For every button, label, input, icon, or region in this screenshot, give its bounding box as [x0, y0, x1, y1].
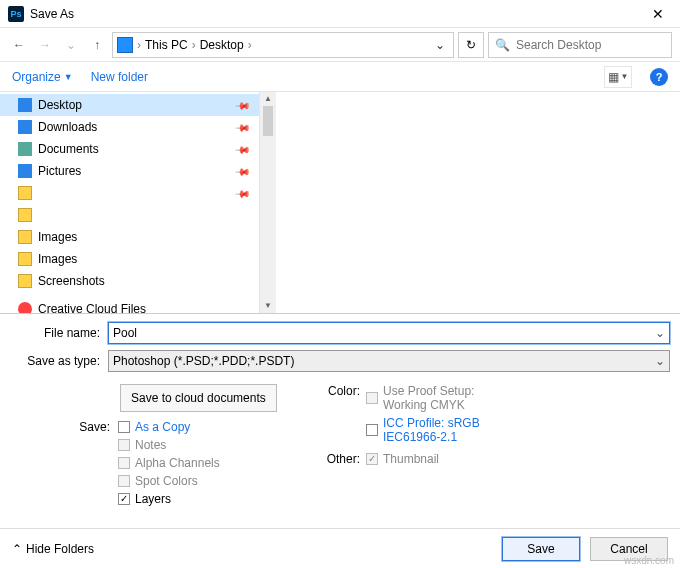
folder-icon — [18, 274, 32, 288]
save-button[interactable]: Save — [502, 537, 580, 561]
recent-dropdown[interactable]: ⌄ — [60, 34, 82, 56]
cancel-button[interactable]: Cancel — [590, 537, 668, 561]
cc-icon — [18, 302, 32, 313]
search-icon: 🔍 — [495, 38, 510, 52]
thumbnail-checkbox: ✓Thumbnail — [366, 452, 439, 466]
tree-item[interactable]: Screenshots — [0, 270, 259, 292]
new-folder-button[interactable]: New folder — [91, 70, 148, 84]
search-input[interactable] — [516, 38, 666, 52]
chevron-up-icon: ⌃ — [12, 542, 22, 556]
refresh-button[interactable]: ↻ — [458, 32, 484, 58]
save-to-cloud-button[interactable]: Save to cloud documents — [120, 384, 277, 412]
breadcrumb[interactable]: › This PC › Desktop › ⌄ — [112, 32, 454, 58]
toolbar: Organize ▼ New folder ▦▼ ? — [0, 62, 680, 92]
folder-icon — [18, 186, 32, 200]
notes-checkbox: Notes — [118, 438, 220, 452]
breadcrumb-dropdown[interactable]: ⌄ — [431, 38, 449, 52]
nav-row: ← → ⌄ ↑ › This PC › Desktop › ⌄ ↻ 🔍 — [0, 28, 680, 62]
down-icon — [18, 120, 32, 134]
photoshop-app-icon: Ps — [8, 6, 24, 22]
tree-item[interactable]: Pictures📌 — [0, 160, 259, 182]
alpha-channels-checkbox: Alpha Channels — [118, 456, 220, 470]
scroll-down-arrow[interactable]: ▼ — [264, 299, 272, 313]
breadcrumb-this-pc[interactable]: This PC — [145, 38, 188, 52]
pin-icon: 📌 — [235, 185, 251, 201]
tree-item[interactable] — [0, 204, 259, 226]
chevron-right-icon: › — [192, 38, 196, 52]
titlebar: Ps Save As ✕ — [0, 0, 680, 28]
search-box[interactable]: 🔍 — [488, 32, 672, 58]
file-list-pane[interactable] — [276, 92, 680, 313]
folder-icon — [18, 208, 32, 222]
tree-item[interactable]: Downloads📌 — [0, 116, 259, 138]
breadcrumb-desktop[interactable]: Desktop — [200, 38, 244, 52]
up-button[interactable]: ↑ — [86, 34, 108, 56]
tree-item[interactable]: Documents📌 — [0, 138, 259, 160]
body-split: Desktop📌Downloads📌Documents📌Pictures📌📌Im… — [0, 92, 680, 314]
color-label: Color: — [320, 384, 360, 448]
tree-item-label: Documents — [38, 142, 99, 156]
proof-setup-checkbox: Use Proof Setup:Working CMYK — [366, 384, 480, 412]
icc-profile-checkbox[interactable]: ICC Profile: sRGBIEC61966-2.1 — [366, 416, 480, 444]
close-button[interactable]: ✕ — [644, 6, 672, 22]
save-form: File name: ⌄ Save as type: Photoshop (*.… — [0, 314, 680, 514]
pic-icon — [18, 164, 32, 178]
pin-icon: 📌 — [235, 141, 251, 157]
pin-icon: 📌 — [235, 97, 251, 113]
tree-item[interactable]: 📌 — [0, 182, 259, 204]
tree-item[interactable]: Images — [0, 248, 259, 270]
as-a-copy-checkbox[interactable]: As a Copy — [118, 420, 220, 434]
footer: ⌃Hide Folders Save Cancel — [0, 528, 680, 568]
chevron-down-icon: ▼ — [64, 72, 73, 82]
organize-menu[interactable]: Organize ▼ — [12, 70, 73, 84]
window-title: Save As — [30, 7, 644, 21]
pin-icon: 📌 — [235, 163, 251, 179]
tree-item-label: Desktop — [38, 98, 82, 112]
tree-item-label: Pictures — [38, 164, 81, 178]
doc-icon — [18, 142, 32, 156]
save-options-label: Save: — [50, 420, 110, 510]
tree-item-label: Creative Cloud Files — [38, 302, 146, 313]
chevron-right-icon: › — [137, 38, 141, 52]
tree-scrollbar[interactable]: ▲ ▼ — [260, 92, 276, 313]
tree-item[interactable]: Desktop📌 — [0, 94, 259, 116]
filename-label: File name: — [10, 326, 108, 340]
folder-icon — [18, 230, 32, 244]
chevron-down-icon: ▼ — [621, 72, 629, 81]
type-label: Save as type: — [10, 354, 108, 368]
chevron-down-icon[interactable]: ⌄ — [651, 354, 665, 368]
filename-combo[interactable]: ⌄ — [108, 322, 670, 344]
forward-button[interactable]: → — [34, 34, 56, 56]
pin-icon: 📌 — [235, 119, 251, 135]
desktop-icon — [18, 98, 32, 112]
scroll-thumb[interactable] — [263, 106, 273, 136]
tree-item[interactable]: Creative Cloud Files — [0, 298, 259, 313]
hide-folders-toggle[interactable]: ⌃Hide Folders — [12, 542, 94, 556]
view-options-button[interactable]: ▦▼ — [604, 66, 632, 88]
chevron-down-icon[interactable]: ⌄ — [651, 326, 665, 340]
folder-icon — [18, 252, 32, 266]
tree-item-label: Images — [38, 252, 77, 266]
file-type-combo[interactable]: Photoshop (*.PSD;*.PDD;*.PSDT) ⌄ — [108, 350, 670, 372]
filename-input[interactable] — [113, 326, 651, 340]
tree-item[interactable]: Images — [0, 226, 259, 248]
help-button[interactable]: ? — [650, 68, 668, 86]
layers-checkbox[interactable]: ✓Layers — [118, 492, 220, 506]
chevron-right-icon: › — [248, 38, 252, 52]
tree-item-label: Images — [38, 230, 77, 244]
view-icon: ▦ — [608, 70, 619, 84]
back-button[interactable]: ← — [8, 34, 30, 56]
scroll-up-arrow[interactable]: ▲ — [264, 92, 272, 106]
tree-item-label: Downloads — [38, 120, 97, 134]
tree-item-label: Screenshots — [38, 274, 105, 288]
folder-tree[interactable]: Desktop📌Downloads📌Documents📌Pictures📌📌Im… — [0, 92, 260, 313]
pc-icon — [117, 37, 133, 53]
other-label: Other: — [320, 452, 360, 470]
file-type-value: Photoshop (*.PSD;*.PDD;*.PSDT) — [113, 354, 651, 368]
spot-colors-checkbox: Spot Colors — [118, 474, 220, 488]
